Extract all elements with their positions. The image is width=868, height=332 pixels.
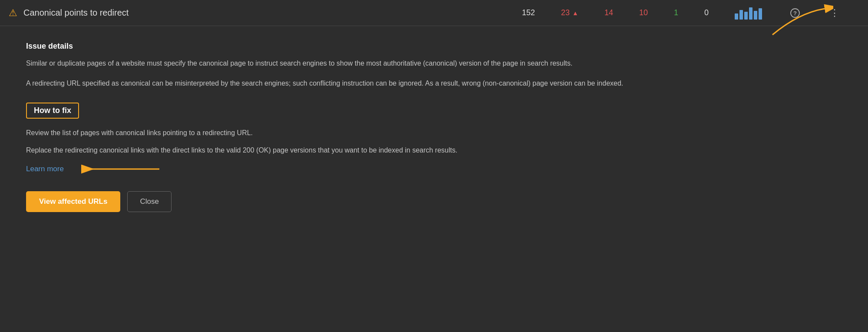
chart-bar (754, 11, 757, 20)
arrow-up-icon: ▲ (572, 10, 578, 17)
header-left: ⚠ Canonical points to redirect (9, 8, 129, 18)
warning-icon: ⚠ (9, 8, 17, 18)
chart-bar (744, 12, 748, 20)
how-to-fix-label: How to fix (34, 106, 71, 115)
issue-details-section: Issue details Similar or duplicate pages… (26, 42, 756, 90)
chart-bar (739, 10, 743, 20)
content-area: Issue details Similar or duplicate pages… (0, 26, 782, 229)
issue-details-paragraph2: A redirecting URL specified as canonical… (26, 78, 756, 89)
how-to-fix-section: How to fix Review the list of pages with… (26, 98, 756, 156)
stat-errors-with-arrow: 23 ▲ (561, 8, 578, 17)
stat-errors: 23 ▲ (561, 8, 578, 17)
view-affected-urls-button[interactable]: View affected URLs (26, 191, 120, 212)
learn-more-row: Learn more (26, 163, 756, 176)
close-button[interactable]: Close (127, 191, 171, 212)
help-button[interactable]: ? (788, 6, 802, 20)
header-bar: ⚠ Canonical points to redirect 152 23 ▲ … (0, 0, 868, 26)
svg-text:?: ? (793, 10, 797, 17)
learn-more-arrow-annotation (77, 163, 164, 176)
fix-text-2: Replace the redirecting canonical links … (26, 145, 756, 156)
issue-details-paragraph1: Similar or duplicate pages of a website … (26, 58, 756, 69)
stat-issues: 10 (639, 8, 648, 17)
stat-zero: 0 (704, 8, 709, 17)
chart-bar (735, 13, 738, 20)
issue-details-title: Issue details (26, 42, 756, 51)
learn-more-link[interactable]: Learn more (26, 165, 64, 173)
chart-bar (759, 8, 762, 20)
chart-bar (749, 7, 752, 20)
action-buttons: View affected URLs Close (26, 191, 756, 212)
how-to-fix-box: How to fix (26, 103, 79, 119)
stat-total: 152 (522, 8, 535, 17)
fix-text-1: Review the list of pages with canonical … (26, 127, 756, 139)
page-title: Canonical points to redirect (23, 8, 129, 18)
more-options-button[interactable]: ⋮ (828, 6, 842, 20)
stat-ok: 1 (674, 8, 678, 17)
stat-warnings: 14 (604, 8, 613, 17)
header-stats: 152 23 ▲ 14 10 1 0 ? ⋮ (522, 6, 842, 20)
chart-icon (735, 7, 762, 20)
